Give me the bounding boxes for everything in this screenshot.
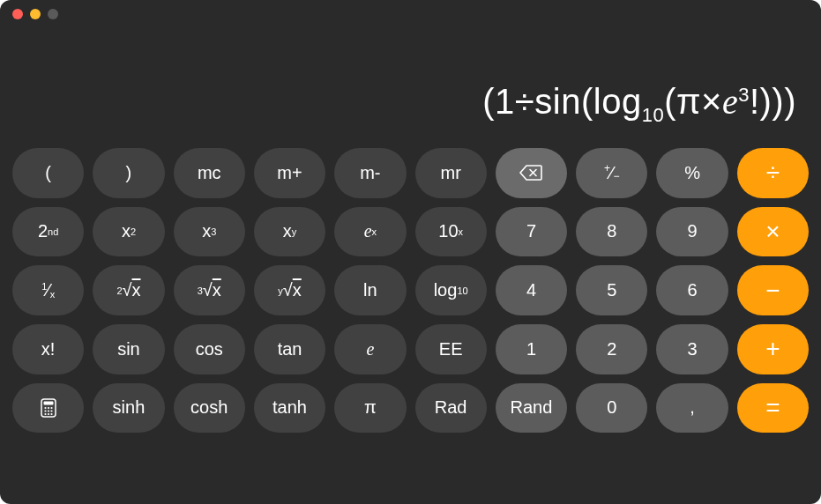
keypad: ()mcm+m-mr+⁄−%÷2ndx2x3xyex10x789×1⁄x2√x3… — [0, 143, 821, 504]
log10-button[interactable]: log10 — [415, 265, 487, 315]
tanh-button[interactable]: tanh — [254, 383, 325, 434]
cube-root-button[interactable]: 3√x — [174, 265, 245, 315]
three-button[interactable]: 3 — [656, 324, 728, 374]
svg-point-4 — [44, 407, 46, 409]
memory-subtract-button[interactable]: m- — [334, 148, 406, 198]
memory-add-button[interactable]: m+ — [254, 148, 325, 198]
calculator-mode-button[interactable] — [12, 383, 84, 434]
pi-button[interactable]: π — [334, 383, 406, 434]
six-button[interactable]: 6 — [656, 265, 728, 315]
ten-to-x-button[interactable]: 10x — [415, 207, 487, 257]
titlebar — [0, 0, 821, 28]
fullscreen-icon[interactable] — [48, 9, 58, 19]
reciprocal-button[interactable]: 1⁄x — [12, 265, 84, 315]
cosh-button[interactable]: cosh — [174, 383, 245, 434]
memory-clear-button[interactable]: mc — [174, 148, 245, 198]
multiply-button[interactable]: × — [737, 207, 809, 257]
add-button[interactable]: + — [737, 324, 809, 374]
svg-point-10 — [44, 413, 46, 415]
display: (1÷sin(log10(π×e3!))) — [0, 28, 821, 143]
e-to-x-button[interactable]: ex — [334, 207, 406, 257]
ee-button[interactable]: EE — [415, 324, 487, 374]
two-button[interactable]: 2 — [576, 324, 647, 374]
memory-recall-button[interactable]: mr — [415, 148, 487, 198]
calculator-window: (1÷sin(log10(π×e3!))) ()mcm+m-mr+⁄−%÷2nd… — [0, 0, 821, 504]
sin-button[interactable]: sin — [93, 324, 164, 374]
percent-button[interactable]: % — [656, 148, 728, 198]
five-button[interactable]: 5 — [576, 265, 647, 315]
svg-point-8 — [48, 410, 49, 411]
rad-button[interactable]: Rad — [415, 383, 487, 434]
calculator-icon — [41, 398, 56, 418]
minimize-icon[interactable] — [30, 9, 41, 19]
zero-button[interactable]: 0 — [576, 383, 647, 434]
divide-button[interactable]: ÷ — [737, 148, 809, 198]
backspace-button[interactable] — [496, 148, 567, 198]
natural-log-button[interactable]: ln — [334, 265, 406, 315]
subtract-button[interactable]: − — [737, 265, 809, 315]
seven-button[interactable]: 7 — [496, 207, 567, 257]
second-function-button[interactable]: 2nd — [12, 207, 84, 257]
open-paren-button[interactable]: ( — [12, 148, 84, 198]
decimal-button[interactable]: , — [656, 383, 728, 434]
close-paren-button[interactable]: ) — [93, 148, 164, 198]
backspace-icon — [519, 164, 542, 182]
svg-rect-3 — [43, 401, 53, 404]
one-button[interactable]: 1 — [496, 324, 567, 374]
factorial-button[interactable]: x! — [12, 324, 84, 374]
tan-button[interactable]: tan — [254, 324, 325, 374]
svg-point-11 — [48, 413, 49, 415]
svg-point-6 — [50, 407, 52, 409]
power-button[interactable]: xy — [254, 207, 325, 257]
svg-point-5 — [48, 407, 49, 409]
svg-point-12 — [50, 413, 52, 415]
eight-button[interactable]: 8 — [576, 207, 647, 257]
display-expression: (1÷sin(log10(π×e3!))) — [482, 81, 796, 127]
square-root-button[interactable]: 2√x — [93, 265, 164, 315]
equals-button[interactable]: = — [737, 383, 809, 434]
square-button[interactable]: x2 — [93, 207, 164, 257]
nine-button[interactable]: 9 — [656, 207, 728, 257]
y-root-button[interactable]: y√x — [254, 265, 325, 315]
sign-toggle-button[interactable]: +⁄− — [576, 148, 647, 198]
rand-button[interactable]: Rand — [496, 383, 567, 434]
four-button[interactable]: 4 — [496, 265, 567, 315]
cos-button[interactable]: cos — [174, 324, 245, 374]
cube-button[interactable]: x3 — [174, 207, 245, 257]
e-constant-button[interactable]: e — [334, 324, 406, 374]
close-icon[interactable] — [12, 9, 23, 19]
sinh-button[interactable]: sinh — [93, 383, 164, 434]
svg-point-9 — [50, 410, 52, 411]
svg-point-7 — [44, 410, 46, 411]
